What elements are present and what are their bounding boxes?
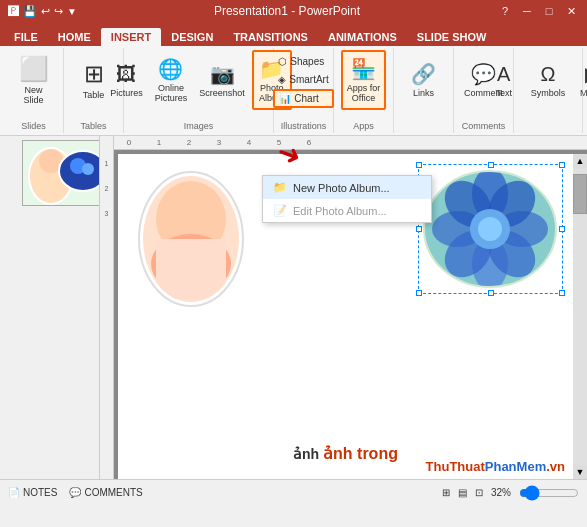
screenshot-icon: 📷 xyxy=(210,62,235,86)
window-title: Presentation1 - PowerPoint xyxy=(77,4,497,18)
new-slide-button[interactable]: ⬜ New Slide xyxy=(14,50,54,110)
baby-photo-container[interactable] xyxy=(136,169,246,309)
slide-1-thumbnail[interactable] xyxy=(22,140,100,206)
tab-slideshow[interactable]: SLIDE SHOW xyxy=(407,28,497,46)
baby-photo-svg xyxy=(136,169,246,309)
smartart-icon: ◈ xyxy=(278,74,286,85)
media-label: Media xyxy=(580,88,587,98)
tables-group-label: Tables xyxy=(80,119,106,131)
slide-panel[interactable]: 1 xyxy=(0,136,100,479)
notes-label: NOTES xyxy=(23,487,57,498)
text-button[interactable]: A Text xyxy=(484,50,524,110)
svg-rect-11 xyxy=(156,239,226,299)
comments-button[interactable]: 💬 COMMENTS xyxy=(69,487,142,498)
vertical-scrollbar[interactable]: ▲ ▼ xyxy=(573,154,587,479)
symbols-icon: Ω xyxy=(541,63,556,86)
illustrations-group-label: Illustrations xyxy=(281,119,327,131)
smartart-button[interactable]: ◈ SmartArt xyxy=(273,71,333,88)
status-comment-icon: 💬 xyxy=(69,487,81,498)
tab-transitions[interactable]: TRANSITIONS xyxy=(223,28,318,46)
new-photo-album-item[interactable]: 📁 New Photo Album... xyxy=(263,176,431,199)
ruler-horizontal: 0 1 2 3 4 5 6 xyxy=(100,136,587,150)
smartart-label: SmartArt xyxy=(289,74,328,85)
slide-title-prefix: ảnh xyxy=(293,446,323,462)
links-group-content: 🔗 Links xyxy=(404,50,444,129)
shapes-button[interactable]: ⬡ Shapes xyxy=(273,53,333,70)
scrollbar-thumb[interactable] xyxy=(573,174,587,214)
apps-group: 🏪 Apps for Office Apps xyxy=(334,48,394,133)
undo-icon[interactable]: ↩ xyxy=(41,5,50,18)
text-group-content: A Text Ω Symbols ▶ Media xyxy=(484,50,587,129)
apps-icon: 🏪 xyxy=(351,57,376,81)
status-bar-left: 📄 NOTES 💬 COMMENTS xyxy=(8,487,143,498)
links-button[interactable]: 🔗 Links xyxy=(404,50,444,110)
shapes-icon: ⬡ xyxy=(278,56,287,67)
table-icon: ⊞ xyxy=(84,60,104,88)
help-button[interactable]: ? xyxy=(497,5,513,18)
media-button[interactable]: ▶ Media xyxy=(572,50,587,110)
zoom-slider[interactable] xyxy=(519,485,579,501)
flower-photo-container[interactable] xyxy=(418,164,563,294)
illustrations-group-content: ⬡ Shapes ◈ SmartArt 📊 Chart xyxy=(273,50,333,119)
apps-for-office-button[interactable]: 🏪 Apps for Office xyxy=(341,50,387,110)
slide-1-wrapper: 1 xyxy=(4,140,95,206)
minimize-button[interactable]: ─ xyxy=(519,5,535,18)
tab-file[interactable]: FILE xyxy=(4,28,48,46)
chart-label: Chart xyxy=(294,93,318,104)
edit-photo-album-item[interactable]: 📝 Edit Photo Album... xyxy=(263,199,431,222)
symbols-button[interactable]: Ω Symbols xyxy=(526,50,571,110)
images-group-content: 🖼 Pictures 🌐 Online Pictures 📷 Screensho… xyxy=(105,50,292,119)
links-group: 🔗 Links xyxy=(394,48,454,133)
links-icon: 🔗 xyxy=(411,62,436,86)
window-controls: ? ─ □ ✕ xyxy=(497,5,579,18)
redo-icon[interactable]: ↪ xyxy=(54,5,63,18)
table-label: Table xyxy=(83,90,105,100)
status-bar: 📄 NOTES 💬 COMMENTS ⊞ ▤ ⊡ 32% xyxy=(0,479,587,505)
notes-button[interactable]: 📄 NOTES xyxy=(8,487,57,498)
online-pictures-button[interactable]: 🌐 Online Pictures xyxy=(150,50,193,110)
customize-icon[interactable]: ▼ xyxy=(67,6,77,17)
comments-label: COMMENTS xyxy=(84,487,142,498)
save-icon[interactable]: 💾 xyxy=(23,5,37,18)
text-label: Text xyxy=(495,88,512,98)
title-bar: 🅿 💾 ↩ ↪ ▼ Presentation1 - PowerPoint ? ─… xyxy=(0,0,587,22)
images-group-label: Images xyxy=(184,119,214,131)
scroll-up-button[interactable]: ▲ xyxy=(573,154,587,168)
new-photo-album-label: New Photo Album... xyxy=(293,182,390,194)
new-slide-label: New Slide xyxy=(23,85,43,105)
close-button[interactable]: ✕ xyxy=(563,5,579,18)
links-label: Links xyxy=(413,88,434,98)
chart-button[interactable]: 📊 Chart xyxy=(273,89,333,108)
view-normal-icon[interactable]: ⊞ xyxy=(442,487,450,498)
status-bar-right: ⊞ ▤ ⊡ 32% xyxy=(442,485,579,501)
apps-label: Apps for Office xyxy=(347,83,381,103)
shapes-label: Shapes xyxy=(290,56,324,67)
scroll-down-button[interactable]: ▼ xyxy=(573,465,587,479)
apps-group-content: 🏪 Apps for Office xyxy=(341,50,387,119)
illustrations-group: ⬡ Shapes ◈ SmartArt 📊 Chart Illustration… xyxy=(274,48,334,133)
apps-group-label: Apps xyxy=(353,119,374,131)
illustrations-col: ⬡ Shapes ◈ SmartArt 📊 Chart xyxy=(273,50,333,110)
screenshot-button[interactable]: 📷 Screenshot xyxy=(194,50,250,110)
screenshot-label: Screenshot xyxy=(199,88,245,98)
chart-icon: 📊 xyxy=(279,93,291,104)
restore-button[interactable]: □ xyxy=(541,5,557,18)
tab-insert[interactable]: INSERT xyxy=(101,28,161,46)
svg-point-5 xyxy=(82,163,94,175)
pictures-label: Pictures xyxy=(110,88,143,98)
view-reader-icon[interactable]: ▤ xyxy=(458,487,467,498)
view-presenter-icon[interactable]: ⊡ xyxy=(475,487,483,498)
slides-group-label: Slides xyxy=(21,119,46,131)
online-pictures-icon: 🌐 xyxy=(158,57,183,81)
text-group: A Text Ω Symbols ▶ Media xyxy=(514,48,583,133)
new-album-icon: 📁 xyxy=(273,181,287,194)
ribbon-tabs: FILE HOME INSERT DESIGN TRANSITIONS ANIM… xyxy=(0,22,587,46)
photo-album-dropdown: 📁 New Photo Album... 📝 Edit Photo Album.… xyxy=(262,175,432,223)
slide-1-content xyxy=(23,141,100,206)
tab-design[interactable]: DESIGN xyxy=(161,28,223,46)
tab-home[interactable]: HOME xyxy=(48,28,101,46)
pictures-button[interactable]: 🖼 Pictures xyxy=(105,50,148,110)
tab-animations[interactable]: ANIMATIONS xyxy=(318,28,407,46)
ribbon-bar: ⬜ New Slide Slides ⊞ Table Tables 🖼 Pict… xyxy=(0,46,587,136)
new-slide-icon: ⬜ xyxy=(19,55,49,83)
